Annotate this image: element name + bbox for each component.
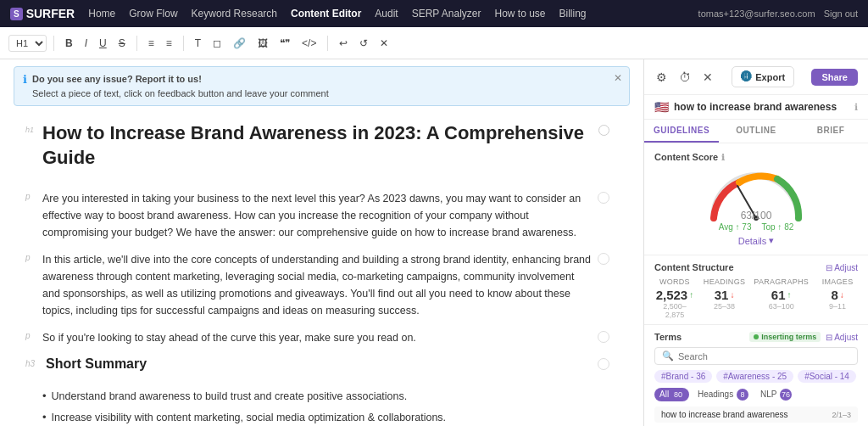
headings-range: 25–38 (704, 302, 745, 311)
paragraph-3-row: p So if you're looking to stay ahead of … (25, 329, 609, 346)
term-pill-1[interactable]: how to increase brand awareness 2/1–3 (654, 406, 858, 423)
highlight-button[interactable]: T (191, 35, 205, 52)
panel-tabs: GUIDELINES OUTLINE BRIEF (644, 120, 868, 143)
bullet-2-text[interactable]: Increase visibility with content marketi… (52, 410, 447, 426)
filter-nlp-badge: 76 (780, 389, 792, 401)
bold-button[interactable]: B (61, 35, 77, 52)
para-2-label: p (25, 253, 36, 262)
inserting-terms-badge: Inserting terms (749, 332, 821, 342)
tab-outline[interactable]: OUTLINE (719, 120, 793, 143)
terms-adjust-button[interactable]: ⊟ Adjust (826, 333, 858, 342)
nav-grow-flow[interactable]: Grow Flow (129, 8, 177, 20)
nav-keyword-research[interactable]: Keyword Research (192, 8, 277, 20)
nav-serp-analyzer[interactable]: SERP Analyzer (412, 8, 481, 20)
gauge-svg: 63/100 (705, 167, 807, 222)
paragraph-3-text[interactable]: So if you're looking to stay ahead of th… (42, 329, 594, 346)
terms-filter-row: All 80 Headings 8 NLP 76 (654, 388, 858, 401)
article-h1-title[interactable]: How to Increase Brand Awareness in 2023:… (42, 121, 594, 170)
structure-cols: WORDS 2,523 ↑ 2,500–2,875 HEADINGS 31 ↓ … (654, 277, 858, 319)
words-value: 2,523 ↑ (654, 288, 695, 302)
term-pill-1-name: how to increase brand awareness (661, 410, 788, 419)
structure-headings: HEADINGS 31 ↓ 25–38 (704, 277, 745, 319)
panel-top-bar: ⚙ ⏱ ✕ 🅦 Export Share (644, 59, 868, 95)
tag-brand[interactable]: #Brand - 36 (654, 370, 712, 383)
terms-adjust-icon: ⊟ (826, 333, 832, 342)
terms-search-box[interactable]: 🔍 (654, 347, 858, 365)
code-button[interactable]: </> (298, 35, 320, 52)
notice-info-icon: ℹ (23, 73, 27, 86)
filter-nlp-button[interactable]: NLP 76 (757, 388, 795, 401)
redo-button[interactable]: ↺ (355, 35, 372, 52)
list-button[interactable]: ≡ (162, 35, 176, 52)
tab-guidelines[interactable]: GUIDELINES (644, 120, 719, 143)
bullet-1-dot: • (42, 390, 47, 402)
export-button[interactable]: 🅦 Export (732, 66, 794, 87)
inserting-dot (754, 334, 759, 339)
close-icon-button[interactable]: ✕ (701, 69, 715, 86)
share-button[interactable]: Share (811, 69, 858, 86)
nav-content-editor[interactable]: Content Editor (291, 8, 361, 20)
paragraphs-range: 63–100 (754, 302, 809, 311)
headings-label: HEADINGS (704, 277, 745, 286)
link-button[interactable]: 🔗 (229, 35, 250, 52)
filter-headings-button[interactable]: Headings 8 (694, 388, 752, 401)
nav-signout-link[interactable]: Sign out (824, 8, 858, 19)
h1-label: h1 (25, 126, 36, 134)
export-label: Export (755, 72, 785, 82)
structure-adjust-button[interactable]: ⊟ Adjust (826, 263, 858, 272)
panel-icons: ⚙ ⏱ ✕ (654, 69, 715, 86)
search-input[interactable] (678, 351, 850, 362)
filter-all-button[interactable]: All 80 (654, 388, 689, 401)
paragraph-2-text[interactable]: In this article, we'll dive into the cor… (42, 251, 594, 319)
details-button[interactable]: Details ▾ (738, 235, 775, 246)
adjust-icon: ⊟ (826, 263, 832, 272)
insert-button[interactable]: ◻ (209, 35, 225, 52)
align-button[interactable]: ≡ (144, 35, 159, 52)
editor-content: h1 How to Increase Brand Awareness in 20… (0, 113, 643, 426)
structure-words: WORDS 2,523 ↑ 2,500–2,875 (654, 277, 695, 319)
nav-home[interactable]: Home (88, 8, 115, 20)
editor-area[interactable]: ℹ Do you see any issue? Report it to us!… (0, 59, 643, 426)
wp-icon: 🅦 (741, 70, 752, 83)
quote-button[interactable]: ❝❞ (275, 35, 294, 52)
nav-how-to-use[interactable]: How to use (495, 8, 546, 20)
gauge-avg-top: Avg ↑ 73 Top ↑ 82 (719, 222, 794, 232)
surfer-logo-text: SURFER (26, 7, 75, 20)
content-score-info-icon: ℹ (721, 153, 725, 162)
gauge-score-number: 63/100 (741, 204, 772, 222)
timer-icon-button[interactable]: ⏱ (677, 69, 693, 86)
tab-brief[interactable]: BRIEF (793, 120, 868, 143)
toolbar-sep-1 (53, 36, 54, 51)
term-pill-1-range: 2/1–3 (832, 411, 851, 419)
tag-social[interactable]: #Social - 14 (798, 370, 856, 383)
para-2-dot (598, 253, 609, 265)
details-label: Details (738, 236, 767, 246)
gauge-container: 63/100 Avg ↑ 73 Top ↑ 82 Details ▾ (654, 167, 858, 246)
undo-button[interactable]: ↩ (335, 35, 352, 52)
strikethrough-button[interactable]: S (114, 35, 130, 52)
image-button[interactable]: 🖼 (253, 35, 272, 52)
notice-text: Do you see any issue? Report it to us! S… (32, 72, 329, 100)
h3-dot (598, 358, 609, 370)
images-range: 9–11 (817, 302, 858, 311)
clear-button[interactable]: ✕ (376, 35, 392, 52)
nav-billing[interactable]: Billing (559, 8, 587, 20)
structure-images: IMAGES 8 ↓ 9–11 (817, 277, 858, 319)
notice-close-button[interactable]: ✕ (614, 72, 622, 84)
editor-toolbar: H1H2H3 B I U S ≡ ≡ T ◻ 🔗 🖼 ❝❞ </> ↩ ↺ ✕ (0, 27, 868, 59)
tag-awareness[interactable]: #Awareness - 25 (716, 370, 793, 383)
para-1-label: p (25, 192, 36, 201)
settings-icon-button[interactable]: ⚙ (654, 69, 669, 86)
bullet-1-text[interactable]: Understand brand awareness to build trus… (52, 389, 408, 405)
structure-title: Content Structure ⊟ Adjust (654, 262, 858, 272)
search-icon: 🔍 (662, 350, 674, 362)
images-arrow-icon: ↓ (840, 290, 844, 300)
h3-row: h3 Short Summary (25, 356, 609, 378)
short-summary-heading[interactable]: Short Summary (46, 356, 594, 372)
heading-select[interactable]: H1H2H3 (8, 35, 47, 52)
underline-button[interactable]: U (95, 35, 111, 52)
notice-bar: ℹ Do you see any issue? Report it to us!… (14, 66, 630, 106)
nav-audit[interactable]: Audit (375, 8, 398, 20)
italic-button[interactable]: I (81, 35, 92, 52)
paragraph-1-text[interactable]: Are you interested in taking your busine… (42, 190, 594, 241)
